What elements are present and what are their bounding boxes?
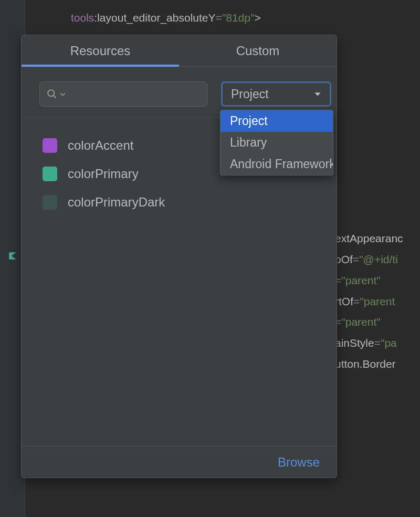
search-field[interactable]: [68, 88, 201, 100]
dropdown-option[interactable]: Project: [220, 110, 333, 132]
resource-item[interactable]: colorPrimaryDark: [39, 188, 319, 216]
color-swatch: [43, 138, 57, 153]
tab-resources[interactable]: Resources: [22, 35, 179, 66]
chevron-down-icon: [60, 91, 66, 97]
search-input[interactable]: [39, 81, 207, 107]
tab-custom[interactable]: Custom: [179, 35, 337, 66]
scope-dropdown[interactable]: Project: [221, 81, 331, 107]
tab-bar: Resources Custom: [22, 35, 337, 67]
resource-label: colorPrimary: [68, 167, 139, 181]
dropdown-option[interactable]: Library: [220, 132, 333, 153]
code-line: tools:layout_editor_absoluteY="81dp">: [0, 7, 420, 28]
browse-link[interactable]: Browse: [278, 455, 320, 470]
dropdown-value: Project: [231, 87, 269, 101]
color-swatch: [43, 195, 57, 210]
tab-label: Custom: [236, 44, 280, 58]
resource-label: colorAccent: [68, 138, 133, 153]
dropdown-option[interactable]: Android Framework: [220, 153, 333, 175]
resource-picker-popup: Resources Custom Project ProjectLibraryA…: [21, 35, 337, 478]
filter-row: Project ProjectLibraryAndroid Framework: [22, 67, 337, 118]
popup-footer: Browse: [22, 446, 337, 478]
scope-dropdown-menu: ProjectLibraryAndroid Framework: [220, 110, 333, 175]
chevron-down-icon: [314, 90, 321, 98]
resource-label: colorPrimaryDark: [68, 195, 165, 210]
search-icon: [46, 88, 58, 100]
svg-line-1: [54, 96, 56, 98]
tab-label: Resources: [70, 44, 131, 58]
color-swatch: [43, 167, 57, 181]
svg-point-0: [48, 90, 54, 96]
